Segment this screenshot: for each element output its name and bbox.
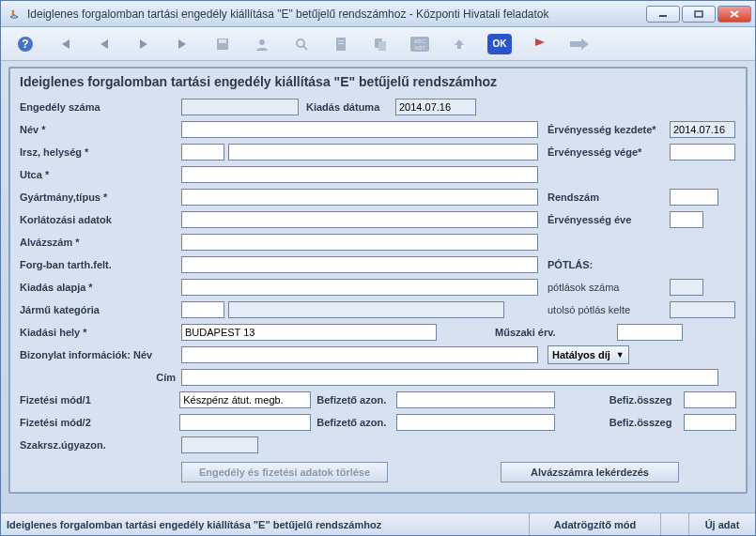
label-kiadas-datuma: Kiadás dátuma [306,101,395,113]
delete-button[interactable]: Engedély és fizetési adatok törlése [181,462,388,482]
chevron-down-icon: ▼ [616,350,625,360]
document-icon[interactable] [330,33,352,55]
label-gyartmany: Gyártmány,típus * [20,191,181,203]
jarmu-kat-field[interactable] [181,301,224,318]
dropdown-label: Hatályos díj [552,349,610,360]
befizeto-azon2-field[interactable] [396,414,554,431]
up-icon[interactable] [448,33,471,55]
label-befizeto-azon-2: Befizető azon. [316,417,396,428]
label-potlasok-szama: pótlások száma [548,282,670,293]
potlasok-szama-field [670,279,703,296]
statusbar: Ideiglenes forgalomban tartási engedély … [1,513,755,535]
svg-point-10 [297,39,304,47]
svg-rect-16 [378,41,386,51]
flag-icon[interactable] [529,33,551,55]
erv-kezdete-field [670,121,735,138]
main-panel: Ideiglenes forgalomban tartási engedély … [8,67,748,494]
help-icon[interactable]: ? [14,33,37,55]
nev-field[interactable] [181,121,538,138]
label-kiadas-alapja: Kiadás alapja * [20,282,181,293]
bizonylat-nev-field[interactable] [181,346,538,363]
forg-ban-field[interactable] [181,256,538,273]
app-window: Ideiglenes forgalomban tartási engedély … [0,0,756,536]
label-utca: Utca * [20,169,181,180]
kiadas-datuma-field [395,99,476,115]
minimize-button[interactable] [646,6,680,23]
search-icon[interactable] [290,33,313,55]
label-engedely-szama: Engedély száma [20,101,181,113]
status-right: Új adat [689,513,755,535]
titlebar: Ideiglenes forgalomban tartási engedély … [1,1,755,27]
svg-text:?: ? [22,38,28,51]
label-utolso-potlas: utolsó pótlás kelte [548,304,670,315]
first-icon[interactable] [54,33,76,55]
content-area: Ideiglenes forgalomban tartási engedély … [1,61,755,513]
label-irsz: Irsz, helység * [20,146,181,158]
svg-point-0 [10,15,18,17]
erv-vege-field[interactable] [670,144,735,161]
label-potlas: PÓTLÁS: [548,259,670,270]
fiz-mod1-field[interactable] [179,391,311,408]
status-left: Ideiglenes forgalomban tartási engedély … [1,513,530,535]
muszaki-erv-field[interactable] [617,324,683,341]
korlatozasi-field[interactable] [181,211,538,228]
befiz-osszeg2-field[interactable] [684,414,736,431]
label-forg-ban: Forg-ban tarth.felt. [20,259,181,270]
svg-text:ABT: ABT [414,45,425,51]
label-alvazszam: Alvázszám * [20,237,181,248]
alvazszam-query-button[interactable]: Alvázszámra lekérdezés [501,462,679,482]
copy-icon[interactable] [369,33,392,55]
label-nev: Név * [20,124,181,135]
abc-icon[interactable]: ABCABT [409,33,431,55]
helyseg-field[interactable] [228,144,538,161]
ok-button[interactable]: OK [487,34,512,54]
label-fiz-mod1: Fizetési mód/1 [20,394,179,406]
label-muszaki-erv: Műszaki érv. [495,327,617,338]
erv-eve-field[interactable] [670,211,703,228]
window-title: Ideiglenes forgalomban tartási engedély … [27,8,646,21]
label-jarmu-kat: Jármű kategória [20,304,181,315]
maximize-button[interactable] [682,6,716,23]
gyartmany-field[interactable] [181,189,538,206]
hatalyos-dij-dropdown[interactable]: Hatályos díj ▼ [548,345,629,364]
close-button[interactable] [717,6,751,23]
toolbar: ? ABCABT OK [1,27,755,61]
fiz-mod2-field[interactable] [179,414,311,431]
jarmu-kat-desc-field [228,301,504,318]
label-cim: Cím [20,372,181,383]
svg-rect-13 [338,40,344,41]
svg-rect-8 [219,39,226,43]
forward-icon[interactable] [568,33,591,55]
panel-title: Ideiglenes forgalomban tartási engedély … [20,74,736,89]
svg-point-9 [259,39,265,45]
label-szakrsz: Szakrsz.úgyazon. [20,439,181,451]
rendszam-field[interactable] [670,189,718,206]
szakrsz-field [181,436,258,453]
label-bizonylat: Bizonylat információk: Név [20,349,181,360]
kiadas-alapja-field[interactable] [181,279,538,296]
prev-icon[interactable] [93,33,116,55]
label-erv-vege: Érvényesség vége* [548,146,670,158]
befiz-osszeg1-field[interactable] [684,391,736,408]
irsz-field[interactable] [181,144,224,161]
befizeto-azon1-field[interactable] [396,391,554,408]
label-korlatozasi: Korlátozási adatok [20,214,181,225]
label-erv-kezdete: Érvényesség kezdete* [548,124,670,135]
engedely-szama-field [181,99,299,115]
java-icon [7,7,22,22]
utolso-potlas-field [670,301,735,318]
label-befiz-osszeg-2: Befiz.összeg [609,417,684,428]
svg-rect-2 [695,11,702,17]
utca-field[interactable] [181,166,538,183]
status-mode: Adatrögzítő mód [530,513,661,535]
save-icon[interactable] [211,33,234,55]
alvazszam-field[interactable] [181,234,538,251]
kiadasi-hely-field[interactable] [181,324,437,341]
cim-field[interactable] [181,369,718,386]
svg-line-11 [303,46,307,50]
next-icon[interactable] [132,33,155,55]
last-icon[interactable] [172,33,194,55]
label-rendszam: Rendszám [548,191,670,203]
user-icon[interactable] [251,33,273,55]
label-befiz-osszeg-1: Befiz.összeg [609,394,684,406]
